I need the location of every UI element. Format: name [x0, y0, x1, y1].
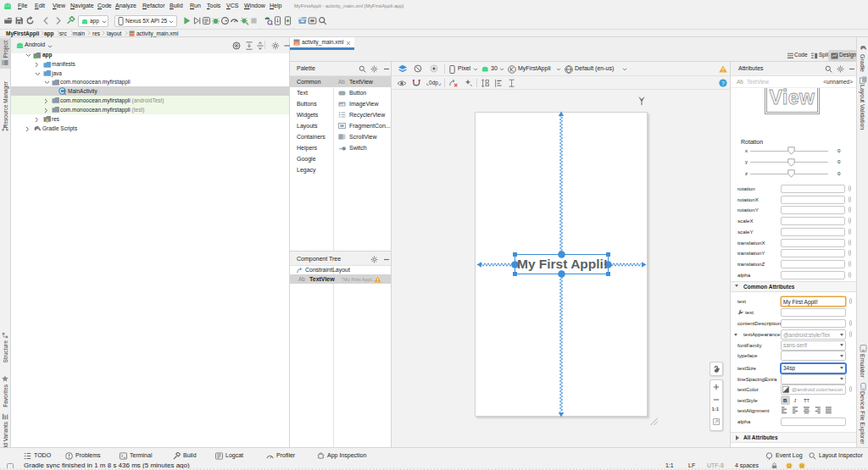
svg-text:?: ?: [721, 80, 725, 86]
